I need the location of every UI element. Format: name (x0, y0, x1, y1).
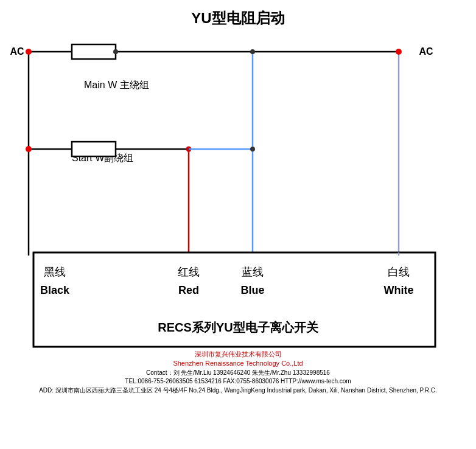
main-winding-label: Main W 主绕组 (84, 80, 149, 90)
blue-cn-label: 蓝线 (242, 266, 264, 278)
company-tel: TEL:0086-755-26063505 61534216 FAX:0755-… (125, 378, 351, 385)
svg-point-17 (250, 147, 255, 151)
svg-point-15 (250, 49, 255, 54)
company-name-cn: 深圳市复兴伟业技术有限公司 (195, 350, 282, 358)
diagram-container: YU型电阻启动 AC AC Main W 主绕组 Start W副绕组 (0, 0, 476, 449)
company-contact: Contact：刘 先生/Mr.Liu 13924646240 朱先生/Mr.Z… (146, 369, 330, 376)
black-en-label: Black (40, 284, 70, 296)
svg-point-7 (113, 49, 118, 54)
white-cn-label: 白线 (388, 266, 410, 278)
black-cn-label: 黑线 (44, 266, 66, 278)
page-title: YU型电阻启动 (191, 10, 284, 26)
svg-point-11 (26, 146, 32, 152)
company-add: ADD: 深圳市南山区西丽大路三圣坑工业区 24 号4楼/4F No.24 Bl… (39, 387, 437, 394)
ac-right-label: AC (419, 46, 433, 57)
blue-en-label: Blue (240, 284, 264, 296)
svg-point-6 (396, 49, 402, 55)
white-en-label: White (384, 284, 414, 296)
red-cn-label: 红线 (178, 266, 200, 278)
svg-rect-2 (72, 44, 116, 59)
svg-rect-9 (72, 142, 116, 156)
red-en-label: Red (178, 284, 199, 296)
svg-point-5 (26, 49, 32, 55)
ac-left-label: AC (10, 46, 24, 57)
box-title-label: RECS系列YU型电子离心开关 (158, 321, 318, 334)
company-name-en: Shenzhen Renaissance Technology Co.,Ltd (173, 360, 303, 367)
